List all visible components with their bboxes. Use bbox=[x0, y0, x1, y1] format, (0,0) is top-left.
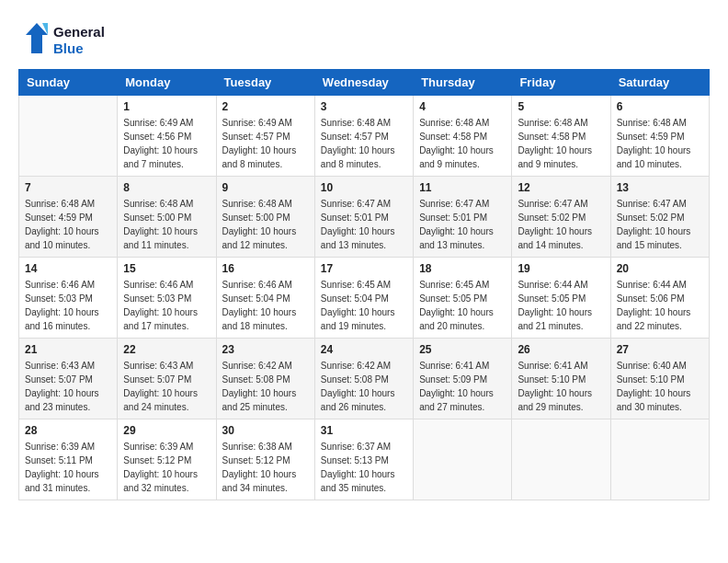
calendar-cell: 22Sunrise: 6:43 AM Sunset: 5:07 PM Dayli… bbox=[118, 339, 216, 419]
calendar-header-wednesday: Wednesday bbox=[314, 70, 413, 96]
calendar-cell: 20Sunrise: 6:44 AM Sunset: 5:06 PM Dayli… bbox=[610, 258, 709, 339]
day-info: Sunrise: 6:45 AM Sunset: 5:05 PM Dayligh… bbox=[419, 278, 506, 333]
day-number: 13 bbox=[617, 181, 703, 194]
calendar-cell: 7Sunrise: 6:48 AM Sunset: 4:59 PM Daylig… bbox=[19, 177, 118, 258]
calendar-week-row: 7Sunrise: 6:48 AM Sunset: 4:59 PM Daylig… bbox=[19, 177, 710, 258]
svg-text:General: General bbox=[53, 24, 105, 40]
day-number: 6 bbox=[617, 100, 703, 113]
calendar-header-sunday: Sunday bbox=[19, 70, 118, 96]
day-info: Sunrise: 6:37 AM Sunset: 5:13 PM Dayligh… bbox=[321, 440, 407, 495]
calendar-header-tuesday: Tuesday bbox=[216, 70, 314, 96]
day-info: Sunrise: 6:38 AM Sunset: 5:12 PM Dayligh… bbox=[222, 440, 309, 495]
calendar-header-saturday: Saturday bbox=[610, 70, 709, 96]
day-info: Sunrise: 6:45 AM Sunset: 5:04 PM Dayligh… bbox=[321, 278, 407, 333]
calendar-cell: 6Sunrise: 6:48 AM Sunset: 4:59 PM Daylig… bbox=[610, 96, 709, 177]
calendar-cell: 10Sunrise: 6:47 AM Sunset: 5:01 PM Dayli… bbox=[314, 177, 413, 258]
calendar-cell: 3Sunrise: 6:48 AM Sunset: 4:57 PM Daylig… bbox=[314, 96, 413, 177]
day-number: 26 bbox=[518, 343, 604, 356]
day-number: 28 bbox=[25, 424, 111, 437]
day-number: 22 bbox=[123, 343, 210, 356]
calendar-cell: 5Sunrise: 6:48 AM Sunset: 4:58 PM Daylig… bbox=[512, 96, 610, 177]
calendar-cell: 30Sunrise: 6:38 AM Sunset: 5:12 PM Dayli… bbox=[216, 419, 314, 500]
day-number: 27 bbox=[617, 343, 703, 356]
day-info: Sunrise: 6:46 AM Sunset: 5:03 PM Dayligh… bbox=[25, 278, 111, 333]
calendar-cell: 4Sunrise: 6:48 AM Sunset: 4:58 PM Daylig… bbox=[414, 96, 512, 177]
calendar-cell: 23Sunrise: 6:42 AM Sunset: 5:08 PM Dayli… bbox=[216, 339, 314, 419]
day-info: Sunrise: 6:49 AM Sunset: 4:57 PM Dayligh… bbox=[222, 116, 309, 171]
day-number: 29 bbox=[123, 424, 210, 437]
day-info: Sunrise: 6:44 AM Sunset: 5:06 PM Dayligh… bbox=[617, 278, 703, 333]
calendar-cell: 9Sunrise: 6:48 AM Sunset: 5:00 PM Daylig… bbox=[216, 177, 314, 258]
day-number: 30 bbox=[222, 424, 309, 437]
day-number: 17 bbox=[321, 262, 407, 275]
calendar-cell: 29Sunrise: 6:39 AM Sunset: 5:12 PM Dayli… bbox=[118, 419, 216, 500]
calendar-week-row: 21Sunrise: 6:43 AM Sunset: 5:07 PM Dayli… bbox=[19, 339, 710, 419]
day-number: 24 bbox=[321, 343, 407, 356]
day-number: 4 bbox=[419, 100, 506, 113]
day-info: Sunrise: 6:48 AM Sunset: 4:59 PM Dayligh… bbox=[25, 197, 111, 252]
day-number: 21 bbox=[25, 343, 111, 356]
day-number: 14 bbox=[25, 262, 111, 275]
day-number: 18 bbox=[419, 262, 506, 275]
day-info: Sunrise: 6:48 AM Sunset: 4:58 PM Dayligh… bbox=[419, 116, 506, 171]
day-number: 25 bbox=[419, 343, 506, 356]
day-info: Sunrise: 6:40 AM Sunset: 5:10 PM Dayligh… bbox=[617, 359, 703, 414]
calendar-week-row: 1Sunrise: 6:49 AM Sunset: 4:56 PM Daylig… bbox=[19, 96, 710, 177]
calendar-cell: 24Sunrise: 6:42 AM Sunset: 5:08 PM Dayli… bbox=[314, 339, 413, 419]
day-info: Sunrise: 6:46 AM Sunset: 5:03 PM Dayligh… bbox=[123, 278, 210, 333]
calendar-cell: 8Sunrise: 6:48 AM Sunset: 5:00 PM Daylig… bbox=[118, 177, 216, 258]
calendar-cell: 21Sunrise: 6:43 AM Sunset: 5:07 PM Dayli… bbox=[19, 339, 118, 419]
day-info: Sunrise: 6:42 AM Sunset: 5:08 PM Dayligh… bbox=[222, 359, 309, 414]
day-info: Sunrise: 6:43 AM Sunset: 5:07 PM Dayligh… bbox=[123, 359, 210, 414]
day-info: Sunrise: 6:44 AM Sunset: 5:05 PM Dayligh… bbox=[518, 278, 604, 333]
day-number: 8 bbox=[123, 181, 210, 194]
calendar-cell: 15Sunrise: 6:46 AM Sunset: 5:03 PM Dayli… bbox=[118, 258, 216, 339]
calendar-cell bbox=[610, 419, 709, 500]
calendar-header-friday: Friday bbox=[512, 70, 610, 96]
calendar-cell: 11Sunrise: 6:47 AM Sunset: 5:01 PM Dayli… bbox=[414, 177, 512, 258]
day-info: Sunrise: 6:48 AM Sunset: 5:00 PM Dayligh… bbox=[123, 197, 210, 252]
day-info: Sunrise: 6:47 AM Sunset: 5:01 PM Dayligh… bbox=[321, 197, 407, 252]
day-number: 9 bbox=[222, 181, 309, 194]
calendar-cell: 16Sunrise: 6:46 AM Sunset: 5:04 PM Dayli… bbox=[216, 258, 314, 339]
day-info: Sunrise: 6:47 AM Sunset: 5:01 PM Dayligh… bbox=[419, 197, 506, 252]
day-number: 23 bbox=[222, 343, 309, 356]
logo-svg: GeneralBlue bbox=[18, 18, 119, 60]
calendar-cell: 18Sunrise: 6:45 AM Sunset: 5:05 PM Dayli… bbox=[414, 258, 512, 339]
day-number: 12 bbox=[518, 181, 604, 194]
calendar-cell: 31Sunrise: 6:37 AM Sunset: 5:13 PM Dayli… bbox=[314, 419, 413, 500]
calendar-cell: 19Sunrise: 6:44 AM Sunset: 5:05 PM Dayli… bbox=[512, 258, 610, 339]
day-number: 10 bbox=[321, 181, 407, 194]
calendar-header-thursday: Thursday bbox=[414, 70, 512, 96]
day-number: 19 bbox=[518, 262, 604, 275]
calendar-cell: 28Sunrise: 6:39 AM Sunset: 5:11 PM Dayli… bbox=[19, 419, 118, 500]
calendar-cell: 14Sunrise: 6:46 AM Sunset: 5:03 PM Dayli… bbox=[19, 258, 118, 339]
calendar-cell: 27Sunrise: 6:40 AM Sunset: 5:10 PM Dayli… bbox=[610, 339, 709, 419]
day-info: Sunrise: 6:46 AM Sunset: 5:04 PM Dayligh… bbox=[222, 278, 309, 333]
day-number: 7 bbox=[25, 181, 111, 194]
calendar-cell: 26Sunrise: 6:41 AM Sunset: 5:10 PM Dayli… bbox=[512, 339, 610, 419]
svg-text:Blue: Blue bbox=[53, 40, 84, 56]
day-info: Sunrise: 6:47 AM Sunset: 5:02 PM Dayligh… bbox=[518, 197, 604, 252]
day-number: 2 bbox=[222, 100, 309, 113]
day-info: Sunrise: 6:47 AM Sunset: 5:02 PM Dayligh… bbox=[617, 197, 703, 252]
header: GeneralBlue bbox=[18, 18, 710, 60]
day-number: 20 bbox=[617, 262, 703, 275]
day-number: 5 bbox=[518, 100, 604, 113]
day-info: Sunrise: 6:48 AM Sunset: 4:59 PM Dayligh… bbox=[617, 116, 703, 171]
day-number: 16 bbox=[222, 262, 309, 275]
day-info: Sunrise: 6:48 AM Sunset: 5:00 PM Dayligh… bbox=[222, 197, 309, 252]
calendar-cell bbox=[19, 96, 118, 177]
calendar-week-row: 28Sunrise: 6:39 AM Sunset: 5:11 PM Dayli… bbox=[19, 419, 710, 500]
calendar-cell bbox=[512, 419, 610, 500]
day-info: Sunrise: 6:49 AM Sunset: 4:56 PM Dayligh… bbox=[123, 116, 210, 171]
day-number: 1 bbox=[123, 100, 210, 113]
calendar-cell bbox=[414, 419, 512, 500]
calendar-header-row: SundayMondayTuesdayWednesdayThursdayFrid… bbox=[19, 70, 710, 96]
calendar-table: SundayMondayTuesdayWednesdayThursdayFrid… bbox=[18, 69, 710, 500]
day-number: 11 bbox=[419, 181, 506, 194]
day-info: Sunrise: 6:41 AM Sunset: 5:10 PM Dayligh… bbox=[518, 359, 604, 414]
calendar-cell: 13Sunrise: 6:47 AM Sunset: 5:02 PM Dayli… bbox=[610, 177, 709, 258]
calendar-header-monday: Monday bbox=[118, 70, 216, 96]
calendar-cell: 1Sunrise: 6:49 AM Sunset: 4:56 PM Daylig… bbox=[118, 96, 216, 177]
